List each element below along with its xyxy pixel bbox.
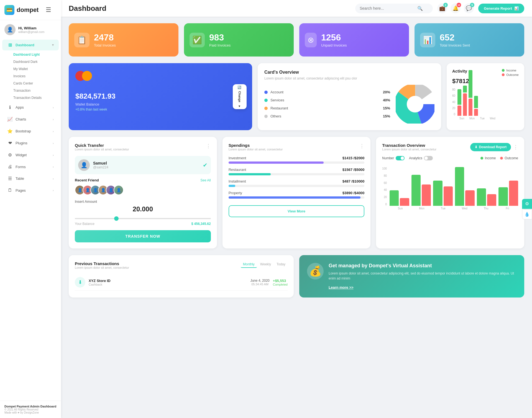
sidebar-item-table[interactable]: ☰ Table ›	[2, 173, 59, 184]
pt-time: 05:34:45 AM	[250, 283, 269, 286]
chat-badge: 5	[470, 3, 474, 7]
sidebar-item-label: Pages	[16, 188, 26, 193]
sidebar-item-pages[interactable]: 🗒 Pages ›	[2, 185, 59, 196]
spending-label-3: Property	[229, 191, 242, 195]
sidebar-sub-transaction-details[interactable]: Transaction Details	[0, 94, 61, 101]
spendings-header: Spendings Lorem ipsum dolor sit amet, co…	[229, 143, 365, 155]
forms-icon: 🖨	[7, 164, 13, 169]
to-bar-outcome-thu	[487, 194, 496, 206]
sidebar-top: 💳 dompet ☰	[0, 0, 61, 20]
to-x-tue: Tue	[433, 207, 454, 210]
search-input[interactable]	[360, 6, 415, 11]
sidebar-item-label: Table	[16, 176, 24, 181]
sidebar-sub-my-wallet[interactable]: My Wallet	[0, 65, 61, 73]
sidebar-item-bootstrap[interactable]: ⭐ Bootstrap ›	[2, 126, 59, 137]
va-learn-more-link[interactable]: Learn more >>	[329, 285, 354, 289]
sent-invoices-value: 652	[440, 32, 470, 43]
settings-float-button[interactable]: ⚙	[522, 199, 532, 209]
friends-avatars: 👤 👤 👤 👤 👤 👤	[75, 185, 211, 195]
view-more-button[interactable]: View More	[229, 205, 365, 217]
toggle-number: Number	[382, 156, 405, 160]
user-email: william@gmail.com	[18, 30, 44, 34]
dot-income	[480, 157, 483, 160]
friend-avatar-6[interactable]: 👤	[114, 185, 124, 195]
sidebar-sub-cards-center[interactable]: Cards Center	[0, 80, 61, 87]
wallet-change: +0.8% than last week	[75, 107, 245, 111]
transfer-person: 👤 Samuel @sam224 ✔	[75, 156, 211, 174]
header-icons: 💼 2 🔔 12 💬 5	[437, 3, 474, 13]
water-drop-float-button[interactable]: 💧	[522, 209, 532, 219]
spending-label-2: Installment	[229, 179, 246, 183]
download-report-button[interactable]: ⬇ Download Report	[470, 143, 511, 151]
to-x-mon: Mon	[411, 207, 432, 210]
spending-bar-3	[229, 196, 360, 199]
sidebar-item-apps[interactable]: ℹ Apps ›	[2, 102, 59, 113]
hamburger-icon[interactable]: ☰	[43, 1, 54, 19]
sidebar-item-forms[interactable]: 🖨 Forms ›	[2, 161, 59, 172]
transfer-now-button[interactable]: TRANSFER NOW	[75, 230, 211, 242]
legend-outcome: Outcome	[502, 73, 519, 76]
pages-icon: 🗒	[7, 188, 13, 193]
to-x-thu: Thu	[475, 207, 497, 210]
sidebar-sub-transaction[interactable]: Transaction	[0, 87, 61, 94]
chat-icon-btn[interactable]: 💬 5	[464, 3, 474, 13]
legend-pct-restaurant: 15%	[383, 106, 390, 110]
to-y-axis: 100806040200	[382, 167, 388, 206]
label-outcome: Outcome	[506, 73, 519, 76]
to-bar-chart	[390, 167, 518, 206]
content-area: 📋 2478 Total Invoices ✅ 983 Paid Invoice…	[61, 17, 532, 418]
sidebar-sub-invoices[interactable]: Invoices	[0, 73, 61, 80]
legend-account: Account 20%	[264, 90, 390, 94]
toggle-number-switch[interactable]	[396, 156, 405, 160]
sidebar-item-dashboard[interactable]: ⊞ Dashboard ▾	[2, 40, 59, 50]
legend-pct-others: 15%	[383, 114, 390, 118]
va-icon: 💰	[307, 263, 324, 279]
sidebar-sub-dashboard-dark[interactable]: Dashboard Dark	[0, 58, 61, 65]
legend-label-restaurant: Restaurant	[270, 106, 380, 110]
stat-card-paid-invoices: ✅ 983 Paid Invoices	[184, 23, 294, 57]
mc-orange-circle	[82, 71, 92, 81]
spending-value-3: $3890 /$4000	[342, 191, 365, 195]
chevron-right-icon: ›	[53, 118, 54, 121]
pt-status: Completed	[273, 283, 288, 286]
footer-made: Made with ♥ by DesignZone	[4, 411, 57, 414]
quick-transfer-header: Quick Transfer Lorem ipsum dolor sit ame…	[75, 143, 211, 155]
bottom-section: Quick Transfer Lorem ipsum dolor sit ame…	[69, 137, 524, 248]
more-options-icon[interactable]: ⋮	[513, 144, 518, 150]
sidebar: 💳 dompet ☰ 👤 Hi, William william@gmail.c…	[0, 0, 61, 418]
sidebar-user: 👤 Hi, William william@gmail.com	[0, 20, 61, 39]
bell-icon-btn[interactable]: 🔔 12	[451, 3, 461, 13]
pt-tab-weekly[interactable]: Weekly	[258, 261, 273, 268]
sidebar-sub-dashboard-light[interactable]: Dashboard Light	[0, 51, 61, 58]
see-all-link[interactable]: See All	[200, 178, 211, 182]
va-desc: Lorem ipsum dolor sit amet, consectetur …	[329, 271, 516, 281]
charts-icon: 📈	[7, 117, 13, 122]
toggle-analytics-switch[interactable]	[424, 156, 433, 160]
header: Dashboard 🔍 💼 2 🔔 12 💬 5 Generate Report…	[61, 0, 532, 17]
to-bar-outcome-fri	[509, 181, 518, 206]
pie-center	[407, 96, 423, 112]
generate-report-button[interactable]: Generate Report 📊	[478, 4, 524, 13]
sidebar-item-label: Plugins	[16, 141, 27, 145]
prev-section: Previous Transactions Lorem ipsum dolor …	[69, 255, 524, 298]
more-options-icon[interactable]: ⋮	[206, 143, 211, 149]
wallet-icon-btn[interactable]: 💼 2	[437, 3, 447, 13]
va-content: Get managed by Dompet's Virtual Assistan…	[329, 263, 516, 290]
stat-cards-row: 📋 2478 Total Invoices ✅ 983 Paid Invoice…	[69, 23, 524, 57]
pt-tab-today[interactable]: Today	[274, 261, 288, 268]
spending-bar-2	[229, 185, 236, 187]
sidebar-item-widget[interactable]: ⚙ Widget ›	[2, 150, 59, 160]
person-name: Samuel	[93, 161, 108, 165]
unpaid-icon: ⊗	[305, 33, 317, 47]
spending-bar-1	[229, 173, 271, 175]
amount-slider[interactable]	[75, 218, 211, 219]
sidebar-item-plugins[interactable]: ❤ Plugins ›	[2, 138, 59, 148]
pt-tab-monthly[interactable]: Monthly	[241, 261, 257, 268]
chevron-right-icon: ›	[53, 189, 54, 192]
y-axis: 806040200	[452, 88, 456, 116]
x-label-mon: Mon	[468, 117, 476, 120]
more-options-icon[interactable]: ⋮	[359, 143, 364, 149]
sidebar-item-charts[interactable]: 📈 Charts ›	[2, 114, 59, 125]
spending-installment: Installment $487 /$10000	[229, 179, 365, 187]
to-legend-outcome: Outcome	[500, 156, 518, 160]
